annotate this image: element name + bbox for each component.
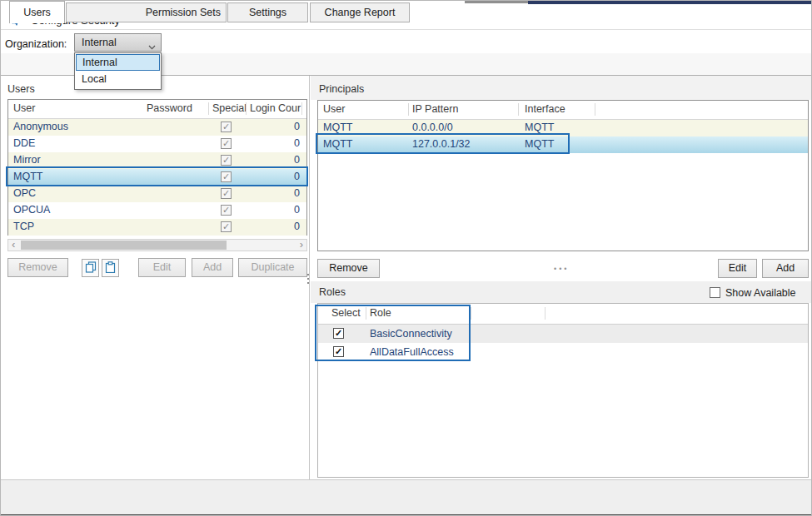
special-checkbox[interactable]: ✓ <box>221 171 232 182</box>
role-checkbox[interactable]: ✓ <box>333 346 344 357</box>
principals-section-title: Principals <box>319 83 364 95</box>
organization-value: Internal <box>82 37 117 48</box>
users-add-button[interactable]: Add <box>192 258 233 277</box>
principal-ip: 127.0.0.1/32 <box>412 138 471 150</box>
principal-user: MQTT <box>323 122 352 133</box>
user-name: Anonymous <box>13 121 68 132</box>
special-checkbox[interactable]: ✓ <box>221 188 232 199</box>
footer-bar <box>1 479 812 514</box>
special-checkbox[interactable]: ✓ <box>221 138 232 149</box>
role-name: BasicConnectivity <box>370 328 452 340</box>
tab-users[interactable]: Users <box>9 1 65 23</box>
users-table-header: User Password Special Login Cour <box>8 100 306 120</box>
tab-change-report[interactable]: Change Report <box>310 2 410 22</box>
column-header-role: Role <box>370 304 391 324</box>
login-count: 0 <box>294 154 300 166</box>
organization-dropdown-list: Internal Local <box>74 52 162 90</box>
user-name: TCP <box>13 221 34 232</box>
principal-interface: MQTT <box>525 138 554 150</box>
principal-ip: 0.0.0.0/0 <box>412 122 453 133</box>
user-name: MQTT <box>13 171 42 182</box>
scroll-right-icon[interactable]: › <box>300 239 303 251</box>
special-checkbox[interactable]: ✓ <box>221 155 232 166</box>
organization-combobox[interactable]: Internal <box>74 33 162 52</box>
principal-interface: MQTT <box>525 122 554 133</box>
copy-icon <box>85 261 97 275</box>
show-available-checkbox[interactable] <box>710 287 720 298</box>
principals-add-button[interactable]: Add <box>762 259 809 278</box>
login-count: 0 <box>294 221 300 232</box>
users-section-title: Users <box>7 83 35 95</box>
principals-table: User IP Pattern Interface MQTT 0.0.0.0/0… <box>317 100 809 251</box>
login-count: 0 <box>294 187 300 199</box>
principal-row[interactable]: MQTT 0.0.0.0/0 MQTT <box>318 120 808 136</box>
user-row-mirror[interactable]: Mirror ✓ 0 <box>8 152 306 169</box>
paste-icon <box>105 261 116 275</box>
user-name: OPC <box>13 187 36 199</box>
roles-table-header: Select Role <box>318 304 808 324</box>
horizontal-splitter-handle[interactable]: ••• <box>554 265 569 273</box>
scrollbar-thumb[interactable] <box>21 241 227 250</box>
paste-button[interactable] <box>102 259 119 277</box>
user-row-anonymous[interactable]: Anonymous ✓ 0 <box>8 119 306 136</box>
login-count: 0 <box>294 171 300 182</box>
principal-user: MQTT <box>323 138 352 150</box>
user-name: OPCUA <box>13 204 50 216</box>
login-count: 0 <box>294 204 300 216</box>
column-header-user: User <box>323 101 345 119</box>
tab-permission-sets[interactable]: Permission Sets <box>66 2 227 22</box>
special-checkbox[interactable]: ✓ <box>221 221 232 232</box>
users-remove-button[interactable]: Remove <box>7 258 68 277</box>
column-header-password: Password <box>147 100 192 118</box>
principals-remove-button[interactable]: Remove <box>317 259 380 278</box>
roles-section-title: Roles <box>319 286 346 298</box>
organization-label: Organization: <box>5 38 67 50</box>
user-row-mqtt-selected[interactable]: MQTT ✓ 0 <box>8 169 306 186</box>
role-row-alldatafullaccess[interactable]: ✓ AllDataFullAccess <box>318 343 808 361</box>
users-edit-button[interactable]: Edit <box>138 258 186 277</box>
background-strip-gray <box>465 1 528 3</box>
panel-divider <box>309 76 310 479</box>
user-name: DDE <box>13 137 35 149</box>
user-row-tcp[interactable]: TCP ✓ 0 <box>8 219 306 236</box>
column-header-special: Special <box>212 100 247 118</box>
column-header-select: Select <box>331 304 361 324</box>
configure-security-window: Configure Security Organization: Interna… <box>0 0 812 516</box>
dropdown-item-internal[interactable]: Internal <box>76 54 160 71</box>
dropdown-item-local[interactable]: Local <box>76 72 160 88</box>
show-available-label: Show Available <box>725 287 796 299</box>
login-count: 0 <box>294 137 300 149</box>
users-table: User Password Special Login Cour Anonymo… <box>7 99 307 236</box>
special-checkbox[interactable]: ✓ <box>221 122 232 132</box>
role-name: AllDataFullAccess <box>370 346 454 358</box>
column-header-interface: Interface <box>525 101 565 119</box>
column-header-user: User <box>13 100 35 118</box>
copy-button[interactable] <box>82 259 99 277</box>
role-row-basicconnectivity[interactable]: ✓ BasicConnectivity <box>318 325 808 343</box>
column-header-ip-pattern: IP Pattern <box>412 101 458 119</box>
user-row-dde[interactable]: DDE ✓ 0 <box>8 136 306 152</box>
principals-edit-button[interactable]: Edit <box>718 259 757 278</box>
user-row-opc[interactable]: OPC ✓ 0 <box>8 186 306 202</box>
principals-header-strip <box>311 76 812 100</box>
scroll-left-icon[interactable]: ‹ <box>12 239 15 251</box>
users-duplicate-button[interactable]: Duplicate <box>238 258 307 277</box>
user-row-opcua[interactable]: OPCUA ✓ 0 <box>8 202 306 219</box>
login-count: 0 <box>294 121 300 132</box>
tab-settings[interactable]: Settings <box>227 2 308 22</box>
horizontal-scrollbar[interactable]: ‹ › <box>7 239 307 251</box>
chevron-down-icon <box>148 41 156 52</box>
special-checkbox[interactable]: ✓ <box>221 205 232 216</box>
user-name: Mirror <box>13 154 41 166</box>
roles-table: Select Role ✓ BasicConnectivity ✓ AllDat… <box>317 303 809 478</box>
role-checkbox[interactable]: ✓ <box>333 328 344 339</box>
principal-row-selected[interactable]: MQTT 127.0.0.1/32 MQTT <box>318 136 808 153</box>
vertical-splitter-handle[interactable] <box>307 274 309 284</box>
column-header-login-count: Login Cour <box>250 100 301 118</box>
principals-table-header: User IP Pattern Interface <box>318 101 808 121</box>
